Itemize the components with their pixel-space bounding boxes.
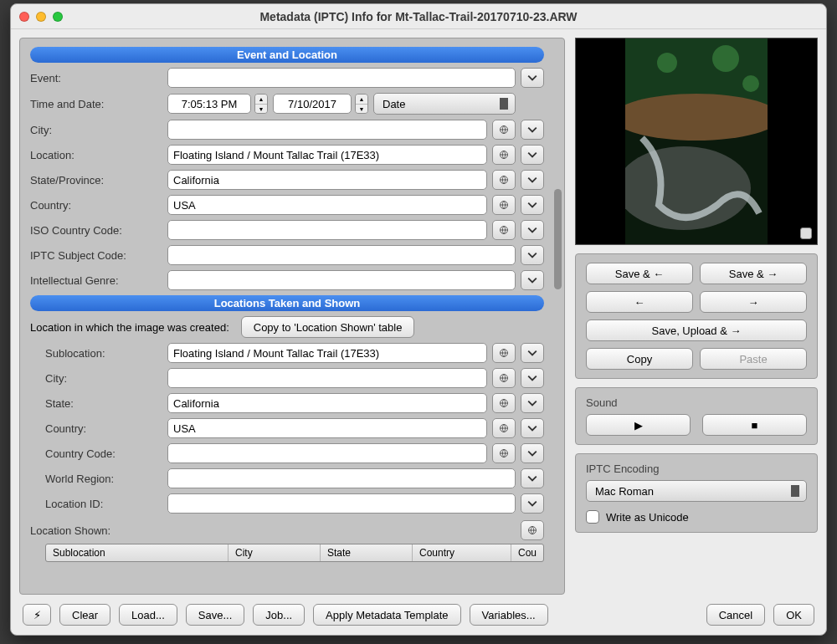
country-input[interactable] [167,195,487,215]
event-dropdown[interactable] [521,68,544,88]
genre-dropdown[interactable] [521,270,544,290]
ts-locid-input[interactable] [167,493,516,514]
state-dropdown[interactable] [521,170,544,190]
location-dropdown[interactable] [521,145,544,165]
ts-country-dropdown[interactable] [521,418,544,438]
image-preview [575,38,818,245]
globe-icon[interactable] [492,443,516,463]
ts-region-input[interactable] [167,468,516,488]
save-prev-button[interactable]: Save & ← [586,263,693,284]
save-button[interactable]: Save... [186,604,244,626]
apply-template-button[interactable]: Apply Metadata Template [313,604,460,626]
svg-point-16 [712,45,739,72]
iptc-subject-dropdown[interactable] [521,245,544,265]
date-selector[interactable]: Date ▲▼ [373,93,516,115]
ts-state-label: State: [30,397,162,410]
state-input[interactable] [167,170,487,190]
iptc-subject-input[interactable] [167,245,516,265]
encoding-value: Mac Roman [595,485,654,498]
job-button[interactable]: Job... [253,604,305,626]
location-label: Location: [30,149,162,161]
unicode-checkbox[interactable] [586,510,599,524]
section-header-event-location: Event and Location [30,47,544,63]
globe-icon[interactable] [492,368,516,388]
globe-icon[interactable] [492,120,516,140]
ts-locid-dropdown[interactable] [521,493,544,514]
sound-panel: Sound ▶ ■ [575,387,818,445]
globe-icon[interactable] [492,343,516,363]
copy-to-shown-button[interactable]: Copy to 'Location Shown' table [241,316,415,338]
nav-panel: Save & ← Save & → ← → Save, Upload & → C… [575,253,818,379]
ts-country-input[interactable] [167,418,487,438]
iso-label: ISO Country Code: [30,224,162,237]
scrollbar-thumb[interactable] [554,189,562,289]
time-input[interactable] [167,94,251,114]
svg-point-15 [657,53,677,73]
globe-icon[interactable] [492,220,516,240]
ts-country-label: Country: [30,422,162,435]
time-stepper[interactable]: ▲▼ [254,94,268,114]
bolt-button[interactable]: ⚡︎ [23,604,51,626]
ts-city-dropdown[interactable] [521,368,544,388]
ts-state-dropdown[interactable] [521,393,544,413]
preview-toggle[interactable] [800,227,812,239]
unicode-label: Write as Unicode [606,511,689,524]
city-dropdown[interactable] [521,120,544,140]
col-country-code[interactable]: Cou [511,544,543,561]
location-input[interactable] [167,145,487,165]
ts-ccode-label: Country Code: [30,447,162,460]
ts-ccode-input[interactable] [167,443,487,463]
col-country[interactable]: Country [413,544,511,561]
event-label: Event: [30,72,162,84]
globe-icon[interactable] [492,393,516,413]
ts-ccode-dropdown[interactable] [521,443,544,463]
load-button[interactable]: Load... [119,604,177,626]
encoding-selector[interactable]: Mac Roman ▲▼ [586,480,807,502]
zoom-icon[interactable] [53,12,63,22]
globe-icon[interactable] [492,195,516,215]
section-header-taken-shown: Locations Taken and Shown [30,295,544,311]
col-sublocation[interactable]: Sublocation [46,544,229,561]
globe-icon[interactable] [521,520,544,540]
globe-icon[interactable] [492,145,516,165]
footer: ⚡︎ Clear Load... Save... Job... Apply Me… [11,595,826,635]
close-icon[interactable] [19,12,29,22]
sublocation-dropdown[interactable] [521,343,544,363]
minimize-icon[interactable] [36,12,46,22]
variables-button[interactable]: Variables... [470,604,548,626]
iso-dropdown[interactable] [521,220,544,240]
city-input[interactable] [167,120,487,140]
globe-icon[interactable] [492,418,516,438]
date-selector-label: Date [383,98,405,110]
col-city[interactable]: City [229,544,321,561]
ts-state-input[interactable] [167,393,487,413]
globe-icon[interactable] [492,170,516,190]
col-state[interactable]: State [321,544,413,561]
date-stepper[interactable]: ▲▼ [355,94,368,114]
event-input[interactable] [167,68,516,88]
date-input[interactable] [273,94,352,114]
clear-button[interactable]: Clear [59,604,110,626]
encoding-panel: IPTC Encoding Mac Roman ▲▼ Write as Unic… [575,453,818,533]
play-button[interactable]: ▶ [586,414,691,436]
paste-button[interactable]: Paste [700,348,807,370]
save-next-button[interactable]: Save & → [700,263,807,284]
created-label: Location in which the image was created: [30,321,229,334]
ok-button[interactable]: OK [773,604,814,626]
sublocation-label: Sublocation: [30,347,162,360]
ts-city-input[interactable] [167,368,487,388]
stop-button[interactable]: ■ [702,414,807,436]
next-button[interactable]: → [700,291,807,313]
country-dropdown[interactable] [521,195,544,215]
iso-input[interactable] [167,220,487,240]
copy-button[interactable]: Copy [586,348,693,370]
form-scroll-area[interactable]: Event and Location Event: Time and Date:… [19,38,565,595]
save-upload-next-button[interactable]: Save, Upload & → [586,319,807,341]
cancel-button[interactable]: Cancel [706,604,765,626]
ts-city-label: City: [30,372,162,385]
stop-icon: ■ [752,419,758,432]
ts-region-dropdown[interactable] [521,468,544,488]
genre-input[interactable] [167,270,516,290]
sublocation-input[interactable] [167,343,487,363]
prev-button[interactable]: ← [586,291,693,313]
